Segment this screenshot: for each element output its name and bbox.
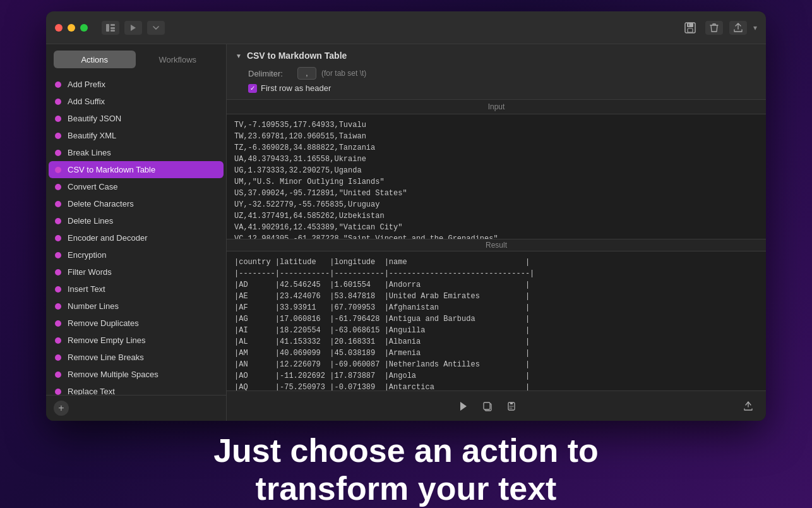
delimiter-label: Delimiter: xyxy=(248,69,292,78)
sidebar-item-label-4: Break Lines xyxy=(68,148,111,157)
sidebar-item-label-5: CSV to Markdown Table xyxy=(68,165,155,174)
toolbar-center xyxy=(455,397,520,415)
trash-button[interactable] xyxy=(705,21,723,35)
app-window: ▾ Actions Workflows Add PrefixAdd Suffix… xyxy=(46,11,766,421)
sidebar-item-delete-lines[interactable]: Delete Lines xyxy=(49,212,224,229)
export-button[interactable] xyxy=(739,397,757,415)
bottom-text: Just choose an action to transform your … xyxy=(213,432,599,508)
right-panel: ▼ CSV to Markdown Table Delimiter: (for … xyxy=(227,44,766,421)
sidebar-item-label-9: Encoder and Decoder xyxy=(68,233,147,243)
action-config-title-text: CSV to Markdown Table xyxy=(247,51,347,61)
svg-rect-2 xyxy=(110,27,115,29)
sidebar-item-label-17: Remove Multiple Spaces xyxy=(68,370,158,379)
chevron-down-button[interactable] xyxy=(147,21,165,35)
chevron-share-icon[interactable]: ▾ xyxy=(753,23,757,32)
action-config: ▼ CSV to Markdown Table Delimiter: (for … xyxy=(227,44,766,100)
sidebar-item-label-13: Number Lines xyxy=(68,301,119,311)
tab-actions[interactable]: Actions xyxy=(54,51,136,68)
sidebar-dot-2 xyxy=(55,116,61,122)
disk-icon[interactable] xyxy=(681,19,699,37)
svg-rect-6 xyxy=(688,28,693,32)
input-panel-header: Input xyxy=(227,100,766,114)
result-content[interactable]: |country |latitude |longitude |name | |-… xyxy=(227,251,766,390)
sidebar-item-label-3: Beautify XML xyxy=(68,131,116,140)
sidebar-item-label-18: Replace Text xyxy=(68,387,115,395)
run-button[interactable] xyxy=(455,397,472,415)
title-bar-controls xyxy=(102,21,165,35)
result-panel: |country |latitude |longitude |name | |-… xyxy=(227,251,766,390)
sidebar-dot-14 xyxy=(55,320,61,327)
action-config-title: ▼ CSV to Markdown Table xyxy=(236,51,757,61)
sidebar-dot-0 xyxy=(55,82,61,88)
svg-rect-5 xyxy=(687,23,693,27)
result-label: Result xyxy=(486,241,507,250)
sidebar-item-label-1: Add Suffix xyxy=(68,97,105,106)
sidebar-dot-9 xyxy=(55,235,61,241)
delimiter-input[interactable] xyxy=(297,67,316,80)
sidebar-item-convert-case[interactable]: Convert Case xyxy=(49,178,224,195)
io-panels: Input TV,-7.109535,177.64933,Tuvalu TW,2… xyxy=(227,100,766,390)
minimize-button[interactable] xyxy=(68,24,75,32)
toolbar-right xyxy=(739,397,757,415)
sidebar-item-add-prefix[interactable]: Add Prefix xyxy=(49,76,224,93)
tab-workflows[interactable]: Workflows xyxy=(137,51,219,68)
sidebar-item-label-7: Delete Characters xyxy=(68,199,134,209)
delimiter-hint: (for tab set \t) xyxy=(321,69,366,78)
sidebar-item-encryption[interactable]: Encryption xyxy=(49,246,224,263)
sidebar-item-filter-words[interactable]: Filter Words xyxy=(49,263,224,281)
sidebar-toggle-button[interactable] xyxy=(102,21,119,35)
header-checkbox-row: ✓ First row as header xyxy=(236,83,757,93)
sidebar-item-label-2: Beautify JSON xyxy=(68,114,121,123)
main-content: Actions Workflows Add PrefixAdd SuffixBe… xyxy=(46,44,766,421)
copy-button[interactable] xyxy=(479,397,496,415)
sidebar-item-csv-to-markdown-table[interactable]: CSV to Markdown Table xyxy=(49,161,224,178)
bottom-toolbar xyxy=(227,390,766,421)
sidebar-item-number-lines[interactable]: Number Lines xyxy=(49,298,224,315)
sidebar-dot-7 xyxy=(55,201,61,207)
sidebar-dot-18 xyxy=(55,389,61,395)
sidebar-item-encoder-and-decoder[interactable]: Encoder and Decoder xyxy=(49,229,224,246)
collapse-icon[interactable]: ▼ xyxy=(236,52,242,59)
sidebar-item-remove-empty-lines[interactable]: Remove Empty Lines xyxy=(49,332,224,349)
maximize-button[interactable] xyxy=(80,24,88,32)
svg-rect-3 xyxy=(110,30,115,32)
sidebar-dot-8 xyxy=(55,218,61,224)
sidebar-item-label-10: Encryption xyxy=(68,250,106,260)
header-checkbox[interactable]: ✓ xyxy=(248,84,257,93)
sidebar-dot-17 xyxy=(55,372,61,378)
sidebar-dot-13 xyxy=(55,303,61,310)
sidebar-dot-3 xyxy=(55,133,61,139)
delimiter-row: Delimiter: (for tab set \t) xyxy=(236,67,757,80)
sidebar-item-label-15: Remove Empty Lines xyxy=(68,336,146,345)
bottom-text-line1: Just choose an action to xyxy=(213,432,599,470)
close-button[interactable] xyxy=(55,24,63,32)
sidebar-item-remove-line-breaks[interactable]: Remove Line Breaks xyxy=(49,349,224,366)
svg-rect-0 xyxy=(106,24,109,32)
sidebar-dot-16 xyxy=(55,354,61,361)
sidebar-item-remove-multiple-spaces[interactable]: Remove Multiple Spaces xyxy=(49,366,224,383)
add-action-button[interactable]: + xyxy=(54,401,69,416)
sidebar-dot-12 xyxy=(55,286,61,293)
sidebar-item-insert-text[interactable]: Insert Text xyxy=(49,281,224,298)
input-content[interactable]: TV,-7.109535,177.64933,Tuvalu TW,23.6978… xyxy=(227,114,766,239)
sidebar-item-label-16: Remove Line Breaks xyxy=(68,353,144,362)
traffic-lights xyxy=(55,24,88,32)
sidebar-item-label-12: Insert Text xyxy=(68,284,105,294)
sidebar-item-remove-duplicates[interactable]: Remove Duplicates xyxy=(49,315,224,332)
sidebar-item-beautify-json[interactable]: Beautify JSON xyxy=(49,110,224,127)
play-button[interactable] xyxy=(124,21,142,35)
sidebar-item-delete-characters[interactable]: Delete Characters xyxy=(49,195,224,212)
sidebar-dot-5 xyxy=(55,167,61,173)
sidebar-item-beautify-xml[interactable]: Beautify XML xyxy=(49,127,224,144)
sidebar-item-break-lines[interactable]: Break Lines xyxy=(49,144,224,161)
sidebar-dot-11 xyxy=(55,269,61,275)
sidebar-dot-1 xyxy=(55,99,61,105)
paste-button[interactable] xyxy=(503,397,520,415)
sidebar-item-replace-text[interactable]: Replace Text xyxy=(49,383,224,395)
header-checkbox-label: First row as header xyxy=(261,83,331,93)
sidebar-item-add-suffix[interactable]: Add Suffix xyxy=(49,93,224,110)
sidebar-dot-10 xyxy=(55,252,61,258)
share-button[interactable] xyxy=(729,21,747,35)
sidebar-item-label-11: Filter Words xyxy=(68,267,112,277)
sidebar-item-label-0: Add Prefix xyxy=(68,80,105,89)
